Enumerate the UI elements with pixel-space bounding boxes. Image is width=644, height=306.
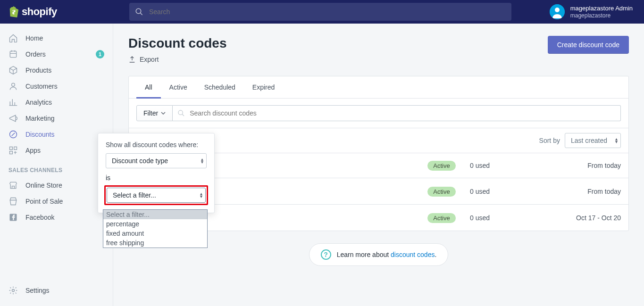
svg-rect-8 <box>14 147 17 150</box>
sort-caret-icon: ▴▾ <box>615 138 617 143</box>
export-icon <box>128 56 136 63</box>
sidebar-item-pos[interactable]: Point of Sale <box>0 193 113 209</box>
svg-point-12 <box>178 110 183 115</box>
svg-line-13 <box>182 114 184 116</box>
dropdown-option[interactable]: fixed amount <box>103 229 207 238</box>
search-icon <box>135 8 143 16</box>
date-range: Oct 17 - Oct 20 <box>545 214 621 222</box>
home-icon <box>8 33 18 43</box>
sidebar-item-orders[interactable]: Orders 1 <box>0 46 113 62</box>
orders-icon <box>8 50 18 59</box>
shopify-bag-icon <box>8 6 19 17</box>
learn-more-callout: ? Learn more about discount codes. <box>309 243 449 266</box>
svg-line-1 <box>140 13 142 15</box>
marketing-icon <box>8 114 18 123</box>
shopify-wordmark: shopify <box>22 6 57 18</box>
search-discount-input[interactable] <box>189 109 616 117</box>
analytics-icon <box>8 98 18 107</box>
nav-label: Point of Sale <box>25 198 63 205</box>
nav-label: Marketing <box>25 115 54 122</box>
search-discount-codes[interactable] <box>173 105 621 121</box>
export-button[interactable]: Export <box>128 56 159 63</box>
dropdown-option[interactable]: percentage <box>103 219 207 229</box>
filter-value-select[interactable]: Select a filter... ▴▾ <box>107 188 206 203</box>
nav-label: Home <box>25 34 43 42</box>
select-caret-icon: ▴▾ <box>201 158 202 164</box>
svg-rect-7 <box>10 147 13 150</box>
svg-point-5 <box>12 83 15 86</box>
sidebar-item-analytics[interactable]: Analytics <box>0 94 113 110</box>
nav-label: Discounts <box>25 131 54 138</box>
date-range: From today <box>545 162 621 169</box>
filter-popover: Show all discount codes where: Discount … <box>98 133 215 213</box>
top-bar: shopify mageplazastore Admin mageplazast… <box>0 0 644 24</box>
nav-label: Settings <box>25 287 50 294</box>
sort-value: Last created <box>571 137 607 144</box>
select-caret-icon: ▴▾ <box>200 192 201 198</box>
is-label: is <box>106 174 207 182</box>
tab-scheduled[interactable]: Scheduled <box>196 76 244 98</box>
apps-icon <box>8 146 18 155</box>
search-icon <box>177 109 185 117</box>
tab-active[interactable]: Active <box>161 76 196 98</box>
create-discount-button[interactable]: Create discount code <box>548 36 629 54</box>
sidebar-item-discounts[interactable]: Discounts <box>0 126 113 142</box>
used-count: 0 used <box>470 214 545 222</box>
sort-label: Sort by <box>539 137 560 144</box>
store-name: mageplazastore <box>570 12 633 19</box>
sort-select[interactable]: Last created ▴▾ <box>565 133 621 148</box>
svg-point-3 <box>555 8 560 12</box>
sidebar-section-header: SALES CHANNELS <box>0 158 113 177</box>
export-label: Export <box>140 56 159 63</box>
used-count: 0 used <box>470 188 545 195</box>
nav-label: Online Store <box>25 182 62 189</box>
sidebar-item-apps[interactable]: Apps <box>0 142 113 158</box>
filter-value-highlight: Select a filter... ▴▾ <box>104 185 208 205</box>
pos-icon <box>8 197 18 206</box>
status-badge: Active <box>427 161 455 171</box>
tab-all[interactable]: All <box>136 76 161 99</box>
status-badge: Active <box>427 213 455 223</box>
used-count: 0 used <box>470 162 545 169</box>
dropdown-option[interactable]: free shipping <box>103 238 207 248</box>
learn-prefix: Learn more about <box>337 251 391 258</box>
global-search[interactable] <box>129 3 511 21</box>
facebook-icon <box>8 213 18 222</box>
online-store-icon <box>8 181 18 190</box>
global-search-input[interactable] <box>148 8 506 16</box>
dropdown-option[interactable]: Select a filter... <box>103 210 207 219</box>
filter-field-select[interactable]: Discount code type ▴▾ <box>106 153 207 168</box>
sidebar: Home Orders 1 Products Customers Analyti… <box>0 24 113 306</box>
learn-link[interactable]: discount codes <box>391 251 435 258</box>
nav-label: Orders <box>25 50 46 58</box>
filter-button[interactable]: Filter <box>136 105 173 121</box>
nav-label: Analytics <box>25 99 52 106</box>
filter-popover-title: Show all discount codes where: <box>106 141 207 149</box>
nav-label: Apps <box>25 147 41 154</box>
discounts-icon <box>8 130 18 139</box>
sidebar-item-settings[interactable]: Settings <box>0 282 113 298</box>
sidebar-item-marketing[interactable]: Marketing <box>0 110 113 126</box>
filter-value-dropdown: Select a filter... percentage fixed amou… <box>103 209 208 248</box>
user-menu[interactable]: mageplazastore Admin mageplazastore <box>542 4 644 19</box>
shopify-logo[interactable]: shopify <box>0 6 113 18</box>
user-name: mageplazastore Admin <box>570 5 633 12</box>
nav-label: Products <box>25 66 51 74</box>
sidebar-item-products[interactable]: Products <box>0 62 113 78</box>
sidebar-item-online-store[interactable]: Online Store <box>0 177 113 193</box>
sidebar-item-home[interactable]: Home <box>0 30 113 46</box>
chevron-down-icon <box>161 112 166 115</box>
nav-label: Customers <box>25 83 58 90</box>
svg-point-11 <box>12 289 15 292</box>
sidebar-item-facebook[interactable]: Facebook <box>0 209 113 225</box>
tab-expired[interactable]: Expired <box>244 76 283 98</box>
svg-rect-9 <box>10 151 13 154</box>
nav-label: Facebook <box>25 214 54 221</box>
products-icon <box>8 66 18 75</box>
svg-rect-4 <box>10 51 16 57</box>
svg-point-0 <box>136 8 141 14</box>
avatar <box>550 4 565 19</box>
sidebar-item-customers[interactable]: Customers <box>0 78 113 94</box>
orders-badge: 1 <box>96 50 104 58</box>
status-badge: Active <box>427 187 455 197</box>
